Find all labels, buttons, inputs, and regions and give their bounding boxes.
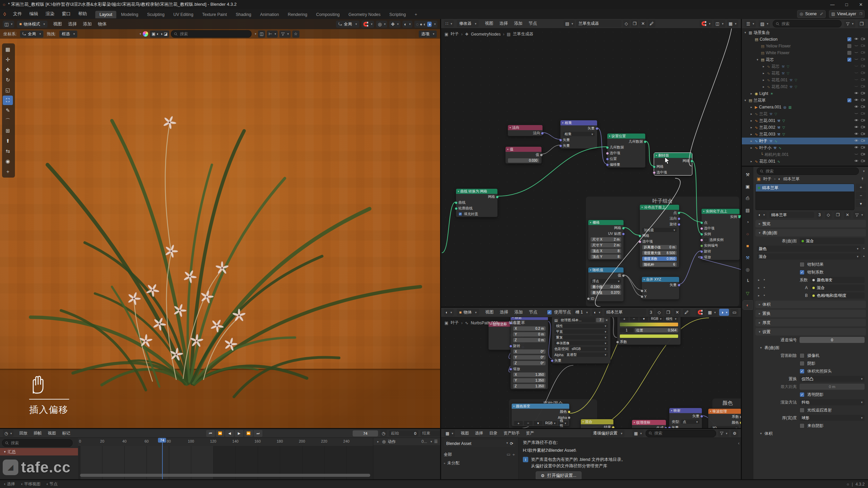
catalog-all[interactable]: 全部▭ ＋ xyxy=(444,452,516,458)
menu-渲染[interactable]: 渲染 xyxy=(42,9,58,19)
chevron-down-icon[interactable]: ▾ xyxy=(863,169,865,173)
anim-dot[interactable]: • xyxy=(863,246,865,251)
expander-icon[interactable]: ▸ xyxy=(749,105,753,109)
output-socket[interactable] xyxy=(496,196,499,199)
node-field[interactable]: 随机种6 xyxy=(642,262,677,267)
node-header-mapping2[interactable]: ▾映射 xyxy=(669,408,702,413)
tool-shear[interactable]: ◉ xyxy=(3,157,13,166)
collection-checkbox[interactable] xyxy=(847,50,852,55)
users-count[interactable]: 7 xyxy=(596,318,604,322)
orientation-dropdown[interactable]: ⤿全局▾ xyxy=(336,21,359,28)
workspace-tab-Compositing[interactable]: Compositing xyxy=(312,11,343,18)
paint-mode-icons[interactable]: ▣ ◐ ◑ ◪ xyxy=(150,30,169,38)
workspace-tab-Sculpting[interactable]: Sculpting xyxy=(143,11,169,18)
tool-misc[interactable]: ＋ xyxy=(3,167,13,176)
display-mode-icon[interactable]: ▨▾ xyxy=(758,20,770,27)
workspace-tab-UV Editing[interactable]: UV Editing xyxy=(169,11,197,18)
eye-closed-icon[interactable] xyxy=(854,84,859,89)
node-select[interactable]: 直通型▾ xyxy=(565,352,608,357)
eye-open-icon[interactable] xyxy=(854,125,859,130)
expander-icon[interactable]: ▾ xyxy=(743,99,747,102)
camera-visibility-icon[interactable] xyxy=(861,57,865,62)
shield-icon[interactable]: ☆ xyxy=(292,30,299,38)
outliner-row-花苞[interactable]: ▸∿花苞⚒▽ xyxy=(742,70,868,77)
camera-visibility-icon[interactable] xyxy=(861,91,865,96)
image-name[interactable]: 纹理图.绢本... xyxy=(559,318,595,322)
select-置换[interactable]: 仅凹凸▾ xyxy=(800,376,865,382)
sidebar-collapse-icon[interactable]: ‹ xyxy=(738,441,739,446)
ramp-interp[interactable]: 线性▾ xyxy=(558,421,568,425)
input-socket[interactable] xyxy=(668,426,671,428)
grid-icon[interactable]: ▦▾ xyxy=(727,20,738,27)
output-socket[interactable] xyxy=(690,160,693,163)
collapse-chevron-icon[interactable]: ▾ xyxy=(590,221,591,224)
geometry-nodes-editor[interactable]: ∷▾ 修改器▾ 视图选择添加节点 ▤▾ 兰草生成器 ◇ ❐ ✕ 🖉 🧲▾ ◫▾ … xyxy=(441,19,741,307)
output-socket[interactable] xyxy=(595,127,598,130)
node-texcoord2[interactable]: ▾纹理坐标生成 xyxy=(632,420,666,428)
node-instance[interactable]: ▾实例化于点上实例点选中项实例选择实例实例编号旋转缩放 xyxy=(701,208,740,260)
camera-visibility-icon[interactable] xyxy=(861,138,865,144)
collapse-chevron-icon[interactable]: ▾ xyxy=(671,409,672,412)
node-checkbox[interactable]: ✓ xyxy=(458,212,462,216)
properties-tab-tool[interactable]: ⚒ xyxy=(743,170,752,179)
node-select[interactable]: 相乘▾ xyxy=(563,132,595,136)
screen-icon[interactable]: ▭ xyxy=(731,309,738,316)
pin-icon[interactable]: 🖈 xyxy=(861,177,865,181)
node-mix2[interactable]: ▾混合结果 xyxy=(580,419,614,428)
tool-offset-edge[interactable]: ⇆ xyxy=(3,146,13,156)
checkbox-摄像机[interactable] xyxy=(800,353,805,358)
camera-visibility-icon[interactable] xyxy=(861,98,865,103)
panel-volume[interactable]: ▸体积 xyxy=(755,301,866,308)
node-field[interactable]: 密度系数0.950 xyxy=(642,257,677,261)
checkbox-钳制系数[interactable]: ✓ xyxy=(800,270,805,275)
overlays-toggle[interactable]: ◐▾ xyxy=(402,21,412,28)
expander-icon[interactable]: ▸ xyxy=(749,126,753,129)
collapse-chevron-icon[interactable]: ▾ xyxy=(656,154,657,157)
input-socket[interactable] xyxy=(700,256,703,259)
node-value[interactable]: ▾值值0.030 xyxy=(505,146,542,164)
panel-surface[interactable]: ▾表(曲)面 xyxy=(755,229,866,237)
next-key-button[interactable]: ⏩ xyxy=(244,430,253,437)
editor-type-button[interactable]: ◫▾ xyxy=(3,21,14,28)
node-field[interactable]: Y1.350 xyxy=(513,378,546,383)
camera-visibility-icon[interactable] xyxy=(861,118,865,123)
menu-资产助手[interactable]: 资产助手 xyxy=(500,429,523,438)
node-noise[interactable]: ▾噪波纹理系数颜色3D▾ xyxy=(708,408,741,428)
shader-context-dropdown[interactable]: ■物体▾ xyxy=(457,309,479,316)
nodetree-icon[interactable]: ▤▾ xyxy=(564,20,575,27)
output-socket[interactable] xyxy=(622,227,625,230)
play-reverse-button[interactable]: ◀ xyxy=(225,430,234,437)
input-socket[interactable] xyxy=(606,163,609,166)
node-field[interactable]: Z0° xyxy=(513,361,546,365)
collection-checkbox[interactable] xyxy=(847,44,852,48)
breadcrumb-material[interactable]: 绢本兰草 xyxy=(784,176,800,182)
timeline-scrollbar[interactable] xyxy=(80,474,370,477)
proportional-edit-toggle[interactable]: ◎▾ xyxy=(376,21,387,28)
node-select[interactable]: 点▾ xyxy=(681,420,699,424)
eye-open-icon[interactable] xyxy=(854,138,859,144)
eye-open-icon[interactable] xyxy=(854,37,859,42)
expander-icon[interactable]: ▾ xyxy=(743,31,747,34)
workspace-tab-Texture Paint[interactable]: Texture Paint xyxy=(198,11,231,18)
transform-orientation-dropdown[interactable]: ⤿全局▾ xyxy=(20,30,43,38)
node-select[interactable]: 重复▾ xyxy=(554,335,608,340)
node-mapping2[interactable]: ▾映射矢量类型:点▾矢量 xyxy=(669,408,702,428)
node-header-texcoord2[interactable]: ▾纹理坐标 xyxy=(632,420,666,425)
viewport-3d[interactable]: ◫▾ ■物体模式▾ 视图选择添加物体 ⤿全局▾ 🧲▾ ◎▾ ✥▾ ◐▾ ◌ ● … xyxy=(0,19,440,429)
node-normal[interactable]: ▾法向法向 xyxy=(508,125,543,136)
node-field[interactable]: 距离最小值0 m xyxy=(642,245,677,249)
timeline-ruler[interactable]: 020406080100120140160180200220240 xyxy=(78,438,373,446)
clipboard-icon[interactable]: ◫ xyxy=(258,30,265,38)
node-field[interactable]: 尺寸 Y2 m xyxy=(591,243,621,247)
output-socket[interactable] xyxy=(677,217,680,220)
collapse-chevron-icon[interactable]: ▾ xyxy=(510,126,511,129)
menu-添加[interactable]: 添加 xyxy=(511,308,526,317)
node-field[interactable]: Z0 m xyxy=(513,338,546,342)
eye-open-icon[interactable] xyxy=(854,91,859,96)
collapse-chevron-icon[interactable]: ▾ xyxy=(590,269,591,271)
node-field[interactable]: X0.2 m xyxy=(513,326,546,331)
node-header-mapping[interactable]: ▾映射 xyxy=(511,317,548,320)
material-name-field[interactable]: 绢本兰草 xyxy=(769,212,814,218)
menu-标记[interactable]: 标记 xyxy=(59,429,73,438)
options-dropdown[interactable]: 选项▾ xyxy=(419,30,437,38)
